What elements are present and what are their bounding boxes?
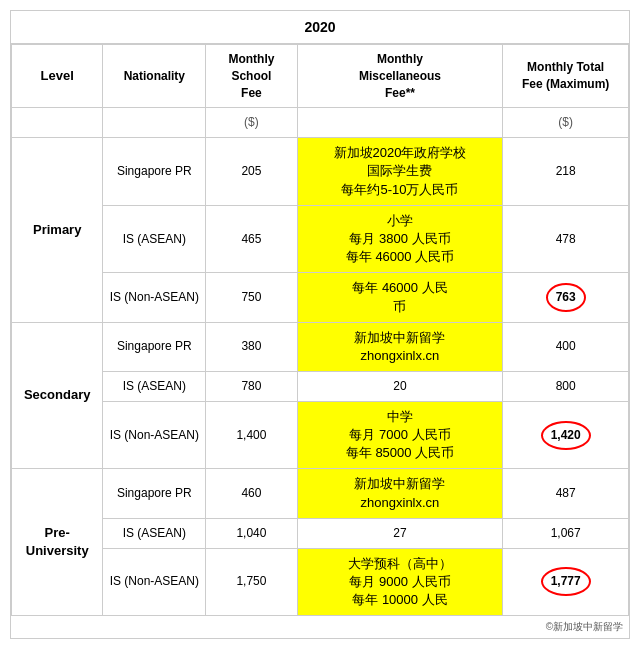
unit-misc-fee bbox=[297, 108, 503, 138]
cell-total-fee: 1,777 bbox=[503, 548, 629, 616]
header-row: Level Nationality MonthlySchoolFee Month… bbox=[12, 45, 629, 108]
table-row: IS (Non-ASEAN)1,400中学每月 7000 人民币每年 85000… bbox=[12, 401, 629, 469]
cell-total-fee: 1,067 bbox=[503, 518, 629, 548]
unit-level bbox=[12, 108, 103, 138]
cell-total-fee: 800 bbox=[503, 372, 629, 402]
cell-total-fee: 478 bbox=[503, 205, 629, 273]
cell-misc-fee: 27 bbox=[297, 518, 503, 548]
cell-nationality: IS (ASEAN) bbox=[103, 372, 206, 402]
year-header: 2020 bbox=[11, 11, 629, 44]
cell-nationality: Singapore PR bbox=[103, 138, 206, 206]
bottom-note: ©新加坡中新留学 bbox=[11, 616, 629, 638]
cell-misc-fee: 新加坡中新留学zhongxinlx.cn bbox=[297, 322, 503, 371]
cell-misc-fee: 每年 46000 人民币 bbox=[297, 273, 503, 322]
circled-value: 1,777 bbox=[541, 567, 591, 596]
cell-total-fee: 218 bbox=[503, 138, 629, 206]
cell-nationality: IS (ASEAN) bbox=[103, 518, 206, 548]
cell-misc-fee: 新加坡中新留学zhongxinlx.cn bbox=[297, 469, 503, 518]
unit-nationality bbox=[103, 108, 206, 138]
page-wrapper: 2020 Level Nationality MonthlySchoolFee … bbox=[10, 10, 630, 639]
cell-total-fee: 1,420 bbox=[503, 401, 629, 469]
cell-nationality: Singapore PR bbox=[103, 469, 206, 518]
table-row: SecondarySingapore PR380新加坡中新留学zhongxinl… bbox=[12, 322, 629, 371]
circled-value: 763 bbox=[546, 283, 586, 312]
cell-school-fee: 1,040 bbox=[206, 518, 297, 548]
cell-misc-fee: 20 bbox=[297, 372, 503, 402]
header-total-fee: Monthly TotalFee (Maximum) bbox=[503, 45, 629, 108]
table-row: IS (ASEAN)465小学每月 3800 人民币每年 46000 人民币47… bbox=[12, 205, 629, 273]
cell-school-fee: 205 bbox=[206, 138, 297, 206]
table-body: PrimarySingapore PR205新加坡2020年政府学校国际学生费每… bbox=[12, 138, 629, 616]
unit-total-fee: ($) bbox=[503, 108, 629, 138]
cell-nationality: IS (Non-ASEAN) bbox=[103, 548, 206, 616]
header-misc-fee: MonthlyMiscellaneousFee** bbox=[297, 45, 503, 108]
unit-school-fee: ($) bbox=[206, 108, 297, 138]
table-row: IS (Non-ASEAN)750每年 46000 人民币763 bbox=[12, 273, 629, 322]
header-school-fee: MonthlySchoolFee bbox=[206, 45, 297, 108]
unit-row: ($) ($) bbox=[12, 108, 629, 138]
cell-school-fee: 460 bbox=[206, 469, 297, 518]
cell-level: Pre-University bbox=[12, 469, 103, 616]
header-nationality: Nationality bbox=[103, 45, 206, 108]
cell-school-fee: 380 bbox=[206, 322, 297, 371]
cell-school-fee: 780 bbox=[206, 372, 297, 402]
cell-total-fee: 487 bbox=[503, 469, 629, 518]
cell-school-fee: 465 bbox=[206, 205, 297, 273]
cell-misc-fee: 小学每月 3800 人民币每年 46000 人民币 bbox=[297, 205, 503, 273]
table-row: IS (ASEAN)78020800 bbox=[12, 372, 629, 402]
table-row: Pre-UniversitySingapore PR460新加坡中新留学zhon… bbox=[12, 469, 629, 518]
cell-nationality: IS (Non-ASEAN) bbox=[103, 401, 206, 469]
cell-nationality: Singapore PR bbox=[103, 322, 206, 371]
fee-table: Level Nationality MonthlySchoolFee Month… bbox=[11, 44, 629, 616]
cell-school-fee: 1,400 bbox=[206, 401, 297, 469]
cell-misc-fee: 新加坡2020年政府学校国际学生费每年约5-10万人民币 bbox=[297, 138, 503, 206]
cell-total-fee: 763 bbox=[503, 273, 629, 322]
cell-misc-fee: 大学预科（高中）每月 9000 人民币每年 10000 人民 bbox=[297, 548, 503, 616]
cell-nationality: IS (Non-ASEAN) bbox=[103, 273, 206, 322]
cell-total-fee: 400 bbox=[503, 322, 629, 371]
cell-level: Primary bbox=[12, 138, 103, 323]
cell-level: Secondary bbox=[12, 322, 103, 469]
table-row: IS (ASEAN)1,040271,067 bbox=[12, 518, 629, 548]
cell-nationality: IS (ASEAN) bbox=[103, 205, 206, 273]
cell-school-fee: 750 bbox=[206, 273, 297, 322]
cell-school-fee: 1,750 bbox=[206, 548, 297, 616]
table-row: IS (Non-ASEAN)1,750大学预科（高中）每月 9000 人民币每年… bbox=[12, 548, 629, 616]
table-row: PrimarySingapore PR205新加坡2020年政府学校国际学生费每… bbox=[12, 138, 629, 206]
header-level: Level bbox=[12, 45, 103, 108]
circled-value: 1,420 bbox=[541, 421, 591, 450]
cell-misc-fee: 中学每月 7000 人民币每年 85000 人民币 bbox=[297, 401, 503, 469]
